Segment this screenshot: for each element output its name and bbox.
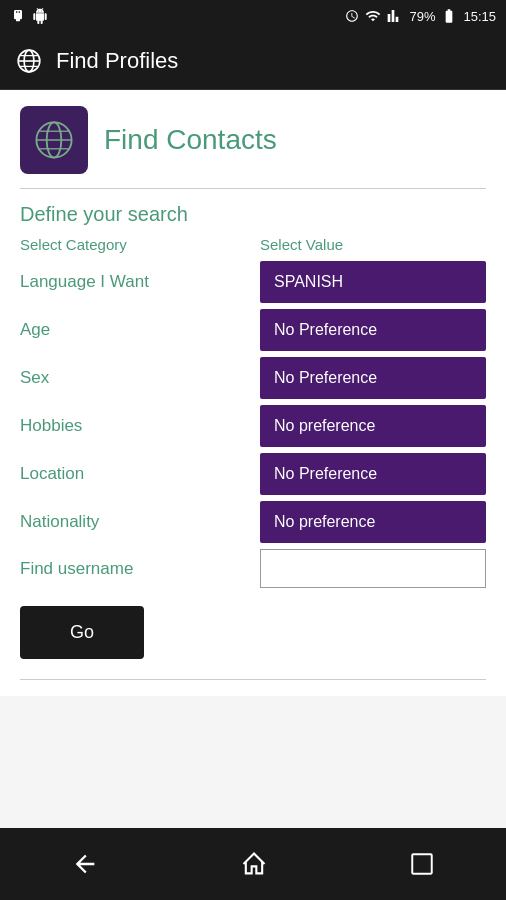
usb-icon — [10, 8, 26, 24]
nationality-value-button[interactable]: No preference — [260, 501, 486, 543]
sex-label: Sex — [20, 368, 260, 388]
age-label: Age — [20, 320, 260, 340]
category-column-header: Select Category — [20, 236, 260, 253]
find-contacts-title: Find Contacts — [104, 124, 277, 156]
language-value-button[interactable]: SPANISH — [260, 261, 486, 303]
android-icon — [32, 8, 48, 24]
app-bar-globe-icon — [16, 48, 42, 74]
hobbies-value-button[interactable]: No preference — [260, 405, 486, 447]
username-input[interactable] — [260, 549, 486, 588]
battery-text: 79% — [409, 9, 435, 24]
recent-apps-button[interactable] — [399, 841, 445, 887]
nationality-row: Nationality No preference — [20, 501, 486, 543]
home-button[interactable] — [230, 840, 278, 888]
username-input-container — [260, 549, 486, 588]
clock-icon — [345, 9, 359, 23]
age-row: Age No Preference — [20, 309, 486, 351]
hobbies-row: Hobbies No preference — [20, 405, 486, 447]
app-bar-title: Find Profiles — [56, 48, 178, 74]
home-icon — [240, 850, 268, 878]
age-value-container: No Preference — [260, 309, 486, 351]
main-content: Find Contacts Define your search Select … — [0, 90, 506, 696]
go-button-container: Go — [20, 606, 486, 659]
find-contacts-header: Find Contacts — [20, 106, 486, 189]
status-right-info: 79% 15:15 — [345, 8, 496, 24]
bottom-divider — [20, 679, 486, 680]
header-globe-icon — [32, 118, 76, 162]
username-label: Find username — [20, 559, 260, 579]
age-value-button[interactable]: No Preference — [260, 309, 486, 351]
bottom-navigation — [0, 828, 506, 900]
time-display: 15:15 — [463, 9, 496, 24]
nationality-value-container: No preference — [260, 501, 486, 543]
location-row: Location No Preference — [20, 453, 486, 495]
location-value-button[interactable]: No Preference — [260, 453, 486, 495]
recent-apps-icon — [409, 851, 435, 877]
go-button[interactable]: Go — [20, 606, 144, 659]
hobbies-label: Hobbies — [20, 416, 260, 436]
hobbies-value-container: No preference — [260, 405, 486, 447]
sex-value-container: No Preference — [260, 357, 486, 399]
nationality-label: Nationality — [20, 512, 260, 532]
value-column-header: Select Value — [260, 236, 486, 253]
location-label: Location — [20, 464, 260, 484]
status-left-icons — [10, 8, 48, 24]
username-row: Find username — [20, 549, 486, 588]
status-bar: 79% 15:15 — [0, 0, 506, 32]
back-button[interactable] — [61, 840, 109, 888]
column-headers: Select Category Select Value — [20, 236, 486, 253]
signal-icon — [387, 8, 403, 24]
battery-icon — [441, 8, 457, 24]
language-value-container: SPANISH — [260, 261, 486, 303]
header-logo — [20, 106, 88, 174]
wifi-icon — [365, 8, 381, 24]
language-row: Language I Want SPANISH — [20, 261, 486, 303]
app-bar: Find Profiles — [0, 32, 506, 90]
svg-rect-10 — [413, 854, 433, 874]
language-label: Language I Want — [20, 272, 260, 292]
sex-row: Sex No Preference — [20, 357, 486, 399]
sex-value-button[interactable]: No Preference — [260, 357, 486, 399]
location-value-container: No Preference — [260, 453, 486, 495]
define-search-label: Define your search — [20, 203, 486, 226]
search-section: Define your search Select Category Selec… — [20, 189, 486, 680]
back-icon — [71, 850, 99, 878]
